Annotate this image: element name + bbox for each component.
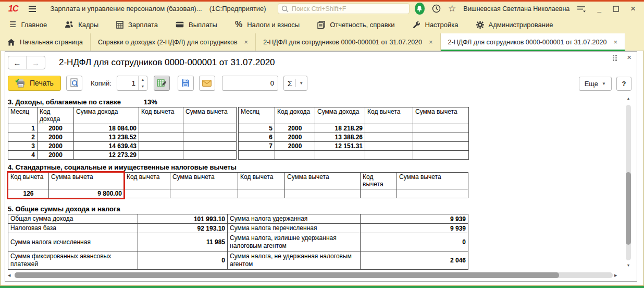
tab-2ndfl-print[interactable]: 2-НДФЛ для сотрудников 0000-000001 от 31… [441,33,625,51]
deduction-code-header[interactable]: Код вычета [361,173,397,189]
tab-home[interactable]: Начальная страница [0,33,91,51]
col-header[interactable]: Код дохода [275,107,315,124]
col-header[interactable]: Код вычета [365,107,413,124]
close-document-icon[interactable]: × [627,53,631,62]
income-cell[interactable]: 3 [8,142,38,151]
col-header[interactable]: Сумма вычета [183,107,237,124]
back-button[interactable]: ← [8,56,27,69]
income-cell[interactable]: 12 151.31 [315,142,365,151]
income-cell[interactable] [139,151,183,160]
more-actions-button[interactable]: Еще ▼ [579,77,612,91]
close-tab-icon[interactable]: × [613,38,617,46]
horizontal-scrollbar[interactable]: ◀ ▶ [8,272,620,279]
total-label[interactable]: Общая сумма дохода [8,214,138,224]
deduction-code-cell[interactable] [125,189,170,198]
income-cell[interactable] [413,133,469,142]
menu-item-otchetnost[interactable]: Отчетность, справки [308,16,403,33]
col-header[interactable]: Сумма вычета [413,107,469,124]
edit-spreadsheet-button[interactable] [154,76,170,91]
menu-item-zarplata[interactable]: Зарплата [107,16,167,33]
menu-item-nalogi[interactable]: % Налоги и взносы [226,16,308,33]
total-value[interactable]: 0 [138,251,228,270]
sum-field[interactable]: 0 [222,76,278,91]
deduction-sum-cell[interactable] [397,189,468,198]
minimize-button[interactable]: _ [597,5,601,13]
col-header[interactable]: Месяц [239,107,275,124]
help-button[interactable]: ? [616,77,631,91]
scroll-right-icon[interactable]: ▶ [614,272,620,279]
copies-value[interactable]: 1 [117,76,138,90]
col-header[interactable]: Код дохода [38,107,74,124]
total-value[interactable]: 9 939 [361,224,468,233]
total-value[interactable]: 2 046 [361,251,468,270]
income-cell[interactable]: 4 [8,151,38,160]
deduction-code-cell[interactable] [361,189,397,198]
tab-2ndfl-doc[interactable]: 2-НДФЛ для сотрудников 0000-000001 от 31… [256,33,440,51]
total-value[interactable]: 92 193.10 [138,224,228,233]
income-cell[interactable]: 12 273.29 [74,151,139,160]
income-cell[interactable]: 7 [239,142,275,151]
income-cell[interactable]: 2 [8,133,38,142]
deduction-code-header[interactable]: Код вычета [125,173,170,189]
income-cell[interactable]: 2000 [38,124,74,133]
total-value[interactable]: 101 993.10 [138,214,228,224]
sum-functions-button[interactable]: Σ ▼ [283,76,307,91]
tab-spravki-list[interactable]: Справки о доходах (2-НДФЛ) для сотрудник… [91,33,256,51]
hscroll-track[interactable] [15,272,613,278]
vertical-scrollbar[interactable]: ▲ ▼ [625,97,631,269]
income-cell[interactable] [139,124,183,133]
income-cell[interactable]: 14 639.43 [74,142,139,151]
chevron-down-icon[interactable]: ▼ [295,79,303,87]
step-up-icon[interactable]: ▲ [139,76,147,83]
income-cell[interactable]: 2000 [38,133,74,142]
menu-item-nastroika[interactable]: Настройка [404,16,467,33]
main-menu-icon[interactable] [28,5,36,13]
income-cell[interactable] [139,133,183,142]
deduction-sum-header[interactable]: Сумма вычета [285,173,361,189]
income-cell[interactable] [365,133,413,142]
income-cell[interactable] [413,124,469,133]
income-cell[interactable] [139,142,183,151]
col-header[interactable]: Месяц [8,107,38,124]
close-window-icon[interactable]: × [630,4,636,13]
income-cell[interactable]: 13 388.26 [315,133,365,142]
menu-item-administrirovanie[interactable]: Администрирование [467,16,562,33]
close-tab-icon[interactable]: × [244,38,249,46]
deduction-code-header[interactable]: Код вычета [238,173,285,189]
search-input[interactable] [292,5,406,13]
total-label[interactable]: Сумма налога удержанная [228,214,361,224]
deduction-sum-cell[interactable] [170,189,238,198]
total-label[interactable]: Сумма налога исчисленная [8,233,138,251]
deduction-sum-header[interactable]: Сумма вычета [397,173,468,189]
menu-item-glavnoe[interactable]: ☰ Главное [0,16,56,33]
maximize-button[interactable] [613,6,619,12]
total-value[interactable]: 11 985 [138,233,228,251]
income-cell[interactable]: 5 [239,124,275,133]
income-cell[interactable] [275,151,315,160]
forward-button[interactable]: → [27,56,45,69]
income-cell[interactable] [183,124,237,133]
print-button[interactable]: Печать [8,76,61,91]
save-button[interactable] [178,76,194,91]
income-cell[interactable]: 2000 [275,124,315,133]
deduction-sum-header[interactable]: Сумма вычета [49,173,125,189]
current-user[interactable]: Вишневская Светлана Николаевна [463,5,569,13]
deduction-sum-header[interactable]: Сумма вычета [170,173,238,189]
income-cell[interactable] [183,133,237,142]
history-icon[interactable] [432,4,441,13]
deduction-sum-cell[interactable]: 9 800.00 [49,189,125,198]
income-cell[interactable]: 2000 [275,142,315,151]
step-down-icon[interactable]: ▼ [139,83,147,90]
total-value[interactable]: 9 939 [361,214,468,224]
total-label[interactable]: Налоговая база [8,224,138,233]
income-cell[interactable] [183,142,237,151]
deduction-sum-cell[interactable] [285,189,361,198]
copies-stepper[interactable]: 1 ▲ ▼ [117,76,147,91]
col-header[interactable]: Сумма дохода [315,107,365,124]
menu-item-vyplaty[interactable]: Выплаты [167,16,226,33]
preview-button[interactable] [66,76,82,91]
scroll-up-icon[interactable]: ▲ [625,97,631,102]
hscroll-thumb[interactable] [15,272,559,278]
income-cell[interactable] [239,151,275,160]
deduction-code-cell[interactable]: 126 [8,189,49,198]
